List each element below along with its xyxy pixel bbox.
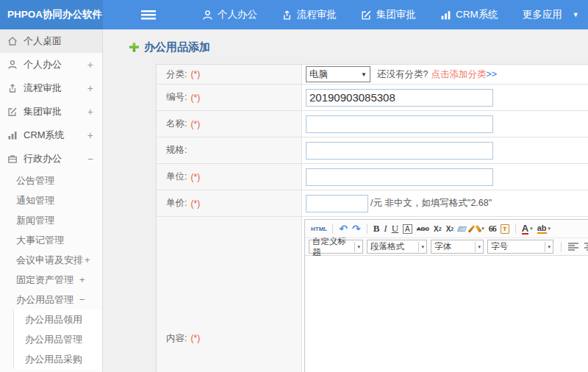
caret-down-icon: ▼ bbox=[361, 71, 367, 78]
unit-input[interactable] bbox=[306, 168, 493, 186]
sidebar-item-label: 行政办公 bbox=[24, 152, 62, 165]
expand-toggle[interactable]: + bbox=[79, 274, 85, 285]
font-style-button[interactable]: A bbox=[403, 224, 412, 234]
nav-item-more-apps[interactable]: 更多应用 ▼ bbox=[523, 8, 579, 21]
sidebar-subsubitem-label: 办公用品采购 bbox=[25, 353, 82, 366]
briefcase-icon bbox=[7, 154, 18, 164]
top-nav: 个人办公 流程审批 集团审批 CRM系统 更多应用 ▼ bbox=[103, 0, 588, 29]
collapse-toggle[interactable]: − bbox=[79, 294, 85, 305]
redo-icon[interactable]: ↷ bbox=[352, 223, 361, 235]
expand-toggle[interactable]: + bbox=[85, 254, 90, 265]
edit-icon bbox=[361, 10, 372, 21]
eraser-icon[interactable] bbox=[458, 226, 466, 232]
add-supply-form: 分类: (*) 电脑 ▼ 还没有分类? 点击添加分类 >> 编号: (*) bbox=[156, 64, 588, 372]
spec-input[interactable] bbox=[306, 142, 493, 160]
custom-heading-dropdown[interactable]: 自定义标题▾ bbox=[309, 240, 363, 254]
toolbar-separator bbox=[561, 242, 562, 252]
font-family-dropdown[interactable]: 字体▾ bbox=[431, 240, 484, 254]
subscript-button[interactable]: X2 bbox=[446, 225, 454, 233]
category-hint: 还没有分类? bbox=[377, 68, 428, 81]
category-selected-value: 电脑 bbox=[309, 68, 328, 81]
sidebar-subsubitem-label: 办公用品领用 bbox=[25, 313, 82, 326]
align-left-icon[interactable] bbox=[568, 243, 578, 251]
sidebar-subitem-label: 办公用品管理 bbox=[16, 293, 74, 307]
add-plus-icon bbox=[129, 43, 139, 52]
name-input[interactable] bbox=[306, 115, 493, 133]
sidebar-subitem-memorabilia-mgmt[interactable]: 大事记管理 bbox=[0, 230, 102, 250]
sidebar-item-crm[interactable]: CRM系统 + bbox=[0, 124, 102, 147]
bar-chart-icon bbox=[440, 10, 451, 21]
expand-toggle[interactable]: + bbox=[87, 129, 93, 141]
add-category-link[interactable]: 点击添加分类 bbox=[431, 68, 486, 81]
caret-down-icon: ▾ bbox=[481, 226, 484, 232]
sidebar-subitem-meeting-request[interactable]: 会议申请及安排 + bbox=[0, 250, 102, 270]
form-row-price: 单价: (*) /元 非中文，如填写格式"2.68" bbox=[157, 190, 588, 217]
sidebar-subitem-fixed-assets-mgmt[interactable]: 固定资产管理 + bbox=[0, 270, 102, 290]
italic-button[interactable]: I bbox=[384, 223, 387, 235]
price-format-hint: /元 非中文，如填写格式"2.68" bbox=[370, 197, 492, 210]
bold-button[interactable]: B bbox=[373, 223, 380, 235]
strikethrough-button[interactable]: ABC bbox=[417, 226, 429, 232]
add-category-arrows[interactable]: >> bbox=[486, 69, 497, 79]
html-source-button[interactable]: HTML bbox=[311, 226, 327, 232]
caret-down-icon: ▾ bbox=[548, 226, 551, 232]
sidebar-item-label: 流程审批 bbox=[24, 82, 62, 95]
highlight-color-button[interactable]: ab▾ bbox=[537, 223, 551, 234]
nav-label: 流程审批 bbox=[297, 8, 337, 21]
main-content: 办公用品添加 分类: (*) 电脑 ▼ 还没有分类? 点击添加分类 >> 编号: bbox=[103, 29, 588, 372]
sidebar-item-group-approval[interactable]: 集团审批 + bbox=[0, 100, 102, 124]
sidebar-item-personal-office[interactable]: 个人办公 + bbox=[0, 53, 102, 76]
expand-toggle[interactable]: + bbox=[87, 106, 93, 118]
nav-label: 个人办公 bbox=[218, 8, 257, 21]
underline-button[interactable]: U bbox=[392, 223, 398, 235]
caret-down-icon: ▾ bbox=[418, 242, 426, 252]
form-row-code: 编号: (*) bbox=[157, 85, 588, 111]
sidebar-subitem-notice-mgmt[interactable]: 通知管理 bbox=[0, 190, 102, 210]
price-input[interactable] bbox=[306, 195, 368, 212]
format-painter-icon[interactable]: ▾ bbox=[477, 225, 484, 232]
sidebar-subsubitem-supplies-purchase[interactable]: 办公用品采购 bbox=[14, 349, 102, 369]
sidebar-subitem-office-supplies-mgmt[interactable]: 办公用品管理 − bbox=[0, 290, 102, 310]
collapse-toggle[interactable]: − bbox=[87, 153, 93, 165]
font-color-button[interactable]: A▾ bbox=[522, 223, 533, 235]
sidebar-subsubitem-supplies-claim[interactable]: 办公用品领用 bbox=[14, 310, 102, 329]
user-icon bbox=[202, 10, 213, 21]
brush-icon[interactable] bbox=[470, 225, 473, 233]
toolbar-separator bbox=[515, 223, 516, 234]
sidebar-subsubitem-supplies-manage[interactable]: 办公用品管理 bbox=[14, 329, 102, 349]
expand-toggle[interactable]: + bbox=[87, 59, 93, 71]
sidebar-item-label: 个人桌面 bbox=[24, 35, 62, 48]
sidebar-item-admin-office[interactable]: 行政办公 − bbox=[0, 147, 102, 171]
undo-icon[interactable]: ↶ bbox=[339, 223, 348, 235]
align-center-icon[interactable] bbox=[584, 243, 588, 251]
paragraph-format-dropdown[interactable]: 段落格式▾ bbox=[367, 240, 427, 254]
nav-item-group-approval[interactable]: 集团审批 bbox=[361, 8, 416, 21]
rich-text-editor: HTML ↶ ↷ B I U A ABC X2 X2 bbox=[304, 219, 588, 372]
nav-item-personal-office[interactable]: 个人办公 bbox=[202, 8, 257, 21]
sidebar-item-label: 集团审批 bbox=[24, 105, 62, 118]
category-select[interactable]: 电脑 ▼ bbox=[306, 66, 370, 82]
expand-toggle[interactable]: + bbox=[87, 82, 93, 94]
sidebar-subitem-announcement-mgmt[interactable]: 公告管理 bbox=[0, 171, 102, 190]
sidebar-subitem-news-mgmt[interactable]: 新闻管理 bbox=[0, 210, 102, 230]
sidebar-item-personal-desktop[interactable]: 个人桌面 bbox=[0, 29, 102, 53]
hamburger-menu-icon[interactable] bbox=[141, 10, 156, 20]
nav-item-workflow-approval[interactable]: 流程审批 bbox=[282, 8, 337, 21]
page-title: 办公用品添加 bbox=[129, 39, 588, 55]
paste-plain-text-icon[interactable]: T bbox=[501, 224, 509, 234]
editor-content-area[interactable] bbox=[305, 256, 588, 372]
superscript-button[interactable]: X2 bbox=[434, 225, 442, 233]
sidebar-subitem-label: 通知管理 bbox=[16, 194, 54, 207]
form-row-spec: 规格: bbox=[157, 137, 588, 164]
content-label: 内容: (*) bbox=[157, 217, 302, 372]
sidebar-subitem-label: 固定资产管理 bbox=[16, 273, 74, 287]
price-label: 单价: (*) bbox=[157, 190, 302, 216]
share-icon bbox=[282, 10, 293, 21]
sidebar-item-workflow-approval[interactable]: 流程审批 + bbox=[0, 76, 102, 100]
required-mark: (*) bbox=[190, 172, 200, 182]
blockquote-button[interactable]: 66 bbox=[489, 223, 496, 235]
nav-item-crm[interactable]: CRM系统 bbox=[440, 8, 498, 21]
caret-down-icon: ▾ bbox=[354, 242, 362, 252]
font-size-dropdown[interactable]: 字号▾ bbox=[487, 240, 553, 254]
code-input[interactable] bbox=[306, 89, 493, 107]
